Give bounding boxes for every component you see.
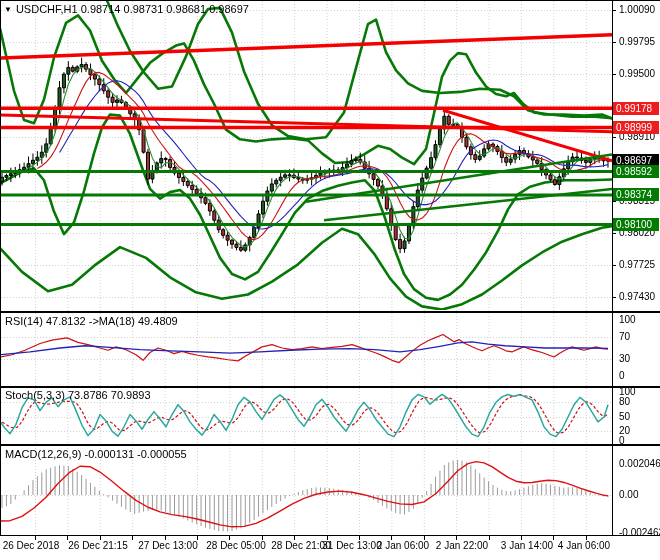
stoch-scale-label: 50 <box>619 411 630 422</box>
price-badge-0.98592: 0.98592 <box>613 165 659 178</box>
time-axis-label: 4 Jan 06:00 <box>539 540 629 551</box>
price-chart-canvas[interactable] <box>0 0 660 560</box>
rsi-scale-label: 100 <box>619 314 636 325</box>
price-badge-0.99178: 0.99178 <box>613 102 659 115</box>
macd-scale-label: 0.00 <box>619 489 638 500</box>
chart-window: ▼USDCHF,H1 0.98714 0.98731 0.98681 0.986… <box>0 0 660 560</box>
symbol-dropdown-icon[interactable]: ▼ <box>4 5 12 14</box>
stoch-scale-label: 0 <box>619 435 625 446</box>
rsi-scale-label: 30 <box>619 353 630 364</box>
rsi-scale-label: 70 <box>619 331 630 342</box>
stoch-indicator-label: Stoch(5,3,3) 73.8786 70.9893 <box>5 389 151 401</box>
price-badge-0.98100: 0.98100 <box>613 218 659 231</box>
macd-scale-label: -0.002463 <box>619 527 660 538</box>
rsi-indicator-label: RSI(14) 47.8132 ->MA(18) 49.4809 <box>5 315 178 327</box>
price-tick-label: 1.00090 <box>619 4 655 15</box>
price-badge-0.98374: 0.98374 <box>613 188 659 201</box>
price-tick-label: 0.99795 <box>619 36 655 47</box>
chart-title-bar: ▼USDCHF,H1 0.98714 0.98731 0.98681 0.986… <box>4 3 249 15</box>
stoch-scale-label: 80 <box>619 396 630 407</box>
macd-scale-label: 0.002046 <box>619 458 660 469</box>
price-badge-0.98999: 0.98999 <box>613 121 659 134</box>
symbol-ohlc-readout: USDCHF,H1 0.98714 0.98731 0.98681 0.9869… <box>16 3 249 15</box>
rsi-scale-label: 0 <box>619 370 625 381</box>
macd-indicator-label: MACD(12,26,9) -0.000131 -0.000055 <box>5 448 187 460</box>
price-tick-label: 0.97725 <box>619 259 655 270</box>
price-tick-label: 0.99500 <box>619 68 655 79</box>
price-tick-label: 0.97430 <box>619 291 655 302</box>
